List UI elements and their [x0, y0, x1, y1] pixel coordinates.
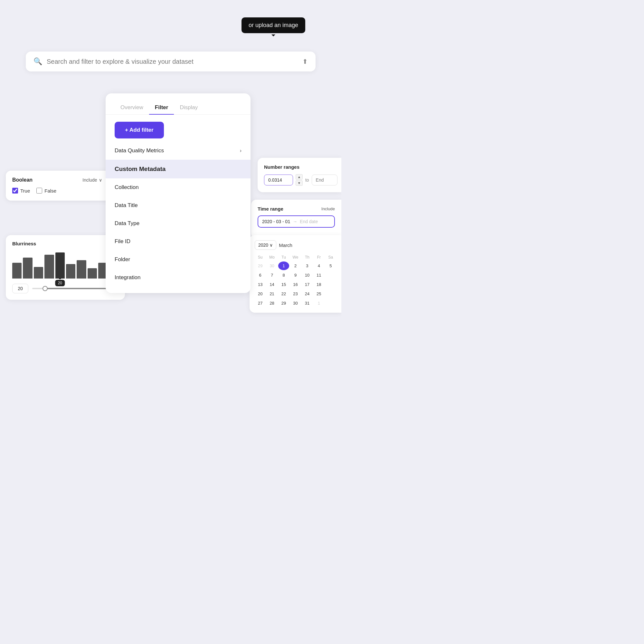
filter-item-collection[interactable]: Collection	[106, 178, 251, 196]
nr-spinner-up[interactable]: ▲	[296, 174, 303, 180]
cal-day-28[interactable]: 28	[266, 299, 277, 308]
cal-day-17[interactable]: 17	[302, 280, 313, 289]
cal-day-18[interactable]: 18	[313, 280, 324, 289]
cal-day-2[interactable]: 2	[290, 261, 301, 270]
search-bar: 🔍 ⬆	[26, 52, 316, 71]
cal-day-6[interactable]: 6	[255, 271, 266, 279]
include-label: Include	[82, 177, 97, 183]
filter-item-label: Custom Metadata	[115, 166, 166, 173]
tab-filter[interactable]: Filter	[149, 101, 174, 115]
cal-day-29-prev[interactable]: 29	[255, 261, 266, 270]
cal-day-14[interactable]: 14	[266, 280, 277, 289]
tr-arrow-icon: →	[293, 219, 297, 224]
filter-item-custom-metadata[interactable]: Custom Metadata	[106, 160, 251, 178]
search-icon: 🔍	[33, 57, 42, 66]
number-ranges-end-input[interactable]	[312, 175, 337, 185]
filter-item-data-quality[interactable]: Data Quality Metrics ›	[106, 142, 251, 160]
chevron-down-icon: ∨	[270, 242, 273, 248]
cal-day-9[interactable]: 9	[290, 271, 301, 279]
histogram: 20	[12, 250, 118, 279]
number-ranges-start-input[interactable]	[264, 175, 293, 185]
boolean-title: Boolean	[12, 177, 33, 183]
true-checkbox-item[interactable]: True	[12, 188, 30, 194]
boolean-card: Boolean Include ∨ − True False	[6, 171, 115, 201]
hist-bar-7	[77, 260, 86, 279]
cal-day-30-prev[interactable]: 30	[266, 261, 277, 270]
calendar-card: 2020 ∨ March Su Mo Tu We Th Fr Sa 29 30 …	[250, 235, 341, 313]
calendar-year: 2020	[258, 242, 268, 248]
cal-day-10[interactable]: 10	[302, 271, 313, 279]
cal-day-20[interactable]: 20	[255, 289, 266, 298]
cal-day-21[interactable]: 21	[266, 289, 277, 298]
cal-day-8[interactable]: 8	[278, 271, 289, 279]
filter-item-label: Integration	[115, 274, 140, 281]
time-range-card: Time range Include 2020 - 03 - 01 → End …	[251, 200, 341, 239]
cal-day-15[interactable]: 15	[278, 280, 289, 289]
filter-tabs: Overview Filter Display	[106, 93, 251, 115]
true-checkbox[interactable]	[12, 188, 18, 194]
cal-day-1-next[interactable]: 1	[313, 299, 324, 308]
filter-item-data-type[interactable]: Data Type	[106, 214, 251, 232]
hist-bar-5: 20	[55, 252, 65, 279]
add-filter-button[interactable]: + Add filter	[115, 122, 164, 138]
filter-list: Data Quality Metrics › Custom Metadata C…	[106, 142, 251, 287]
tab-overview[interactable]: Overview	[115, 101, 149, 115]
filter-item-file-id[interactable]: File ID	[106, 232, 251, 251]
false-checkbox[interactable]	[36, 188, 42, 194]
cal-header-th: Th	[302, 254, 313, 261]
cal-day-29[interactable]: 29	[278, 299, 289, 308]
filter-panel: Overview Filter Display + Add filter Dat…	[106, 93, 251, 293]
boolean-header: Boolean Include ∨ −	[12, 176, 109, 183]
hist-tooltip: 20	[55, 280, 65, 286]
slider-thumb-left[interactable]	[43, 286, 48, 291]
time-range-title: Time range	[258, 206, 283, 212]
calendar-header: 2020 ∨ March	[255, 240, 336, 250]
tab-display[interactable]: Display	[174, 101, 204, 115]
time-range-date-row[interactable]: 2020 - 03 - 01 → End date	[258, 215, 335, 228]
true-label: True	[20, 188, 30, 194]
filter-item-label: File ID	[115, 238, 130, 245]
hist-bar-1	[12, 263, 22, 279]
hist-bar-4	[44, 255, 54, 279]
cal-day-24[interactable]: 24	[302, 289, 313, 298]
number-ranges-title: Number ranges	[264, 164, 335, 170]
filter-item-data-title[interactable]: Data Title	[106, 196, 251, 214]
filter-item-label: Data Title	[115, 202, 138, 209]
calendar-grid: Su Mo Tu We Th Fr Sa 29 30 1 2 3 4 5 6 7…	[255, 254, 336, 308]
calendar-month: March	[279, 242, 292, 248]
cal-header-fr: Fr	[313, 254, 324, 261]
cal-day-4[interactable]: 4	[313, 261, 324, 270]
hist-bar-2	[23, 258, 32, 279]
cal-day-31[interactable]: 31	[302, 299, 313, 308]
nr-spinner-down[interactable]: ▼	[296, 180, 303, 186]
cal-day-1[interactable]: 1	[278, 261, 289, 270]
hist-bar-8	[88, 268, 97, 279]
time-range-end: End date	[300, 219, 318, 224]
cal-day-5[interactable]: 5	[325, 261, 336, 270]
blurriness-title: Blurriness	[12, 241, 36, 246]
cal-day-23[interactable]: 23	[290, 289, 301, 298]
chevron-right-icon: ›	[240, 148, 241, 154]
calendar-year-select[interactable]: 2020 ∨	[255, 240, 276, 250]
cal-header-su: Su	[255, 254, 266, 261]
cal-header-sa: Sa	[325, 254, 336, 261]
cal-day-30[interactable]: 30	[290, 299, 301, 308]
cal-day-16[interactable]: 16	[290, 280, 301, 289]
cal-day-13[interactable]: 13	[255, 280, 266, 289]
cal-day-11[interactable]: 11	[313, 271, 324, 279]
time-range-include[interactable]: Include	[321, 206, 335, 211]
filter-item-integration[interactable]: Integration	[106, 269, 251, 287]
filter-item-label: Collection	[115, 184, 139, 191]
cal-day-3[interactable]: 3	[302, 261, 313, 270]
filter-item-label: Folder	[115, 256, 130, 263]
false-checkbox-item[interactable]: False	[36, 188, 56, 194]
cal-day-25[interactable]: 25	[313, 289, 324, 298]
boolean-include-dropdown[interactable]: Include ∨	[82, 177, 102, 183]
cal-day-7[interactable]: 7	[266, 271, 277, 279]
upload-icon[interactable]: ⬆	[302, 58, 308, 65]
search-input[interactable]	[47, 58, 298, 65]
cal-day-22[interactable]: 22	[278, 289, 289, 298]
hist-bar-6	[66, 264, 75, 279]
filter-item-folder[interactable]: Folder	[106, 251, 251, 269]
cal-day-27[interactable]: 27	[255, 299, 266, 308]
